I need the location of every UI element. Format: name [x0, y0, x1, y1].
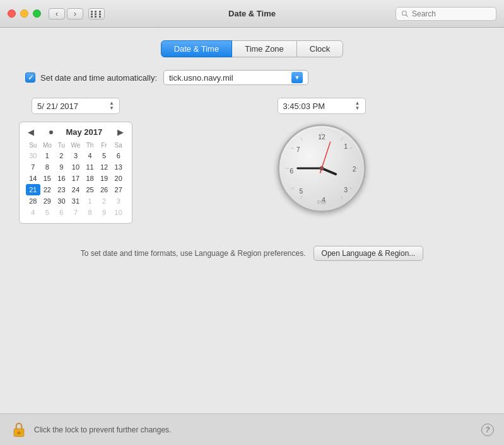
- back-button[interactable]: ‹: [49, 8, 65, 20]
- table-row[interactable]: 5: [97, 150, 112, 161]
- cal-weekday-sa: Sa: [111, 141, 126, 150]
- close-button[interactable]: [8, 9, 16, 18]
- minimize-button[interactable]: [20, 9, 28, 18]
- middle-section: 5/ 21/ 2017 ▲ ▼ ◀ May 2017 ▶ Su: [19, 98, 485, 224]
- table-row[interactable]: 25: [83, 184, 97, 195]
- table-row[interactable]: 5: [40, 207, 55, 218]
- dropdown-arrow-icon: ▼: [291, 72, 303, 83]
- table-row[interactable]: 1: [40, 150, 55, 161]
- cal-next-button[interactable]: ▶: [115, 127, 126, 137]
- clock-svg: 12 1 2 3 4 5 6 7 PM: [279, 126, 364, 211]
- table-row[interactable]: 23: [54, 184, 69, 195]
- table-row[interactable]: 3: [69, 150, 83, 161]
- table-row[interactable]: 27: [111, 184, 126, 195]
- table-row[interactable]: 14: [26, 173, 40, 184]
- svg-line-13: [349, 147, 353, 149]
- auto-time-row: ✓ Set date and time automatically: tick.…: [25, 70, 485, 85]
- open-language-region-button[interactable]: Open Language & Region...: [314, 246, 424, 261]
- table-row[interactable]: 11: [83, 161, 97, 173]
- maximize-button[interactable]: [33, 9, 41, 18]
- server-dropdown[interactable]: tick.usno.navy.mil ▼: [163, 70, 308, 85]
- svg-text:1: 1: [344, 142, 348, 150]
- table-row[interactable]: 1: [83, 195, 97, 207]
- table-row[interactable]: 15: [40, 173, 55, 184]
- table-row[interactable]: 29: [40, 195, 55, 207]
- main-content: Date & Time Time Zone Clock ✓ Set date a…: [0, 28, 504, 413]
- tab-clock[interactable]: Clock: [296, 40, 344, 57]
- table-row[interactable]: 28: [26, 195, 40, 207]
- table-row[interactable]: 10: [69, 161, 83, 173]
- lock-icon[interactable]: [10, 421, 28, 439]
- table-row[interactable]: 7: [69, 207, 83, 218]
- table-row[interactable]: 20: [111, 173, 126, 184]
- search-box[interactable]: [396, 7, 496, 21]
- table-row[interactable]: 21: [26, 184, 40, 195]
- cal-weekday-we: We: [69, 141, 83, 150]
- date-down-arrow[interactable]: ▼: [109, 106, 114, 111]
- table-row[interactable]: 19: [97, 173, 112, 184]
- table-row[interactable]: 30: [54, 195, 69, 207]
- table-row[interactable]: 10: [111, 207, 126, 218]
- svg-text:7: 7: [296, 146, 300, 153]
- table-row[interactable]: 30: [26, 150, 40, 161]
- tab-bar: Date & Time Time Zone Clock: [19, 40, 485, 57]
- date-side: 5/ 21/ 2017 ▲ ▼ ◀ May 2017 ▶ Su: [19, 98, 132, 224]
- table-row[interactable]: 12: [97, 161, 112, 173]
- table-row[interactable]: 6: [54, 207, 69, 218]
- search-input[interactable]: [412, 9, 491, 18]
- help-button[interactable]: ?: [481, 424, 494, 436]
- svg-line-12: [341, 137, 343, 141]
- svg-line-19: [291, 188, 294, 190]
- calendar-grid: Su Mo Tu We Th Fr Sa 3012345678910111213…: [26, 141, 126, 218]
- grid-button[interactable]: [88, 8, 105, 20]
- footer-lock-text: Click the lock to prevent further change…: [34, 425, 475, 434]
- auto-time-checkbox[interactable]: ✓: [25, 72, 35, 83]
- table-row[interactable]: 3: [111, 195, 126, 207]
- time-down-arrow[interactable]: ▼: [355, 106, 360, 111]
- table-row[interactable]: 24: [69, 184, 83, 195]
- table-row[interactable]: 31: [69, 195, 83, 207]
- table-row[interactable]: 8: [40, 161, 55, 173]
- time-side: 3:45:03 PM ▲ ▼ 12 1 2 3 4 5 6 7: [158, 98, 485, 212]
- table-row[interactable]: 26: [97, 184, 112, 195]
- server-value: tick.usno.navy.mil: [169, 73, 288, 83]
- nav-buttons: ‹ ›: [49, 8, 83, 20]
- tab-time-zone[interactable]: Time Zone: [231, 40, 297, 57]
- cal-weekday-tu: Tu: [54, 141, 69, 150]
- svg-text:6: 6: [290, 167, 293, 175]
- table-row[interactable]: 8: [83, 207, 97, 218]
- table-row[interactable]: 17: [69, 173, 83, 184]
- cal-weekday-th: Th: [83, 141, 97, 150]
- table-row[interactable]: 16: [54, 173, 69, 184]
- svg-line-22: [300, 137, 302, 141]
- table-row[interactable]: 18: [83, 173, 97, 184]
- auto-time-checkbox-wrapper[interactable]: ✓ Set date and time automatically:: [25, 72, 157, 83]
- time-stepper-arrows[interactable]: ▲ ▼: [355, 101, 360, 111]
- titlebar: ‹ › Date & Time: [0, 0, 504, 28]
- date-value: 5/ 21/ 2017: [37, 101, 78, 111]
- tab-date-time[interactable]: Date & Time: [161, 40, 233, 57]
- date-stepper[interactable]: 5/ 21/ 2017 ▲ ▼: [32, 98, 120, 114]
- svg-point-24: [320, 167, 323, 170]
- table-row[interactable]: 2: [54, 150, 69, 161]
- cal-weekday-su: Su: [26, 141, 40, 150]
- table-row[interactable]: 13: [111, 161, 126, 173]
- table-row[interactable]: 6: [111, 150, 126, 161]
- svg-line-18: [300, 196, 302, 199]
- table-row[interactable]: 7: [26, 161, 40, 173]
- table-row[interactable]: 9: [54, 161, 69, 173]
- cal-prev-button[interactable]: ◀: [26, 127, 36, 137]
- bottom-text: To set date and time formats, use Langua…: [81, 249, 306, 258]
- time-value: 3:45:03 PM: [283, 101, 325, 111]
- table-row[interactable]: 4: [83, 150, 97, 161]
- calendar: ◀ May 2017 ▶ Su Mo Tu We Th Fr: [19, 122, 132, 224]
- table-row[interactable]: 9: [97, 207, 112, 218]
- table-row[interactable]: 22: [40, 184, 55, 195]
- table-row[interactable]: 2: [97, 195, 112, 207]
- table-row[interactable]: 4: [26, 207, 40, 218]
- time-stepper[interactable]: 3:45:03 PM ▲ ▼: [278, 98, 366, 114]
- cal-dot-icon: [49, 130, 53, 134]
- forward-button[interactable]: ›: [67, 8, 83, 20]
- date-stepper-arrows[interactable]: ▲ ▼: [109, 101, 114, 111]
- svg-text:5: 5: [299, 187, 303, 195]
